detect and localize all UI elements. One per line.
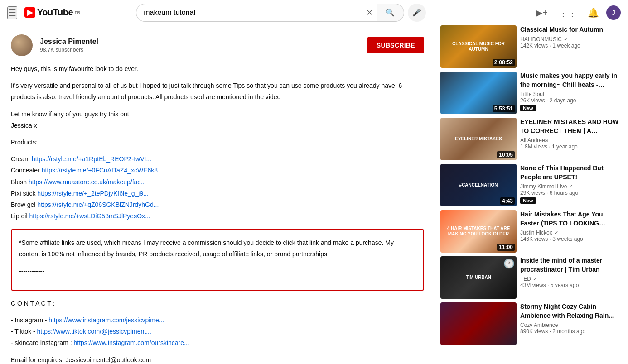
youtube-icon: ▶ bbox=[24, 7, 35, 18]
video-title: Stormy Night Cozy Cabin Ambience with Re… bbox=[520, 302, 620, 320]
channel-name-text: Justin Hickox bbox=[520, 230, 552, 236]
sidebar-video-item[interactable]: Stormy Night Cozy Cabin Ambience with Re… bbox=[440, 302, 620, 345]
thumbnail bbox=[440, 302, 517, 345]
blush-link[interactable]: https://www.muastore.co.uk/makeup/fac... bbox=[29, 178, 146, 186]
verified-icon: ✓ bbox=[564, 36, 568, 43]
video-channel: Ali Andreea bbox=[520, 137, 620, 144]
affiliate-text: *Some affiliate links are used, which me… bbox=[19, 237, 416, 260]
verified-icon: ✓ bbox=[569, 183, 573, 190]
video-stats: 146K views · 3 weeks ago bbox=[520, 236, 620, 242]
sidebar-video-item[interactable]: 4 HAIR MISTAKES THAT ARE MAKING YOU LOOK… bbox=[440, 210, 620, 253]
channel-name-text: HALIDONMUSIC bbox=[520, 36, 562, 43]
channel-row: Jessica Pimentel 98.7K subscribers SUBSC… bbox=[11, 34, 424, 56]
sidebar-video-item[interactable]: CLASSICAL MUSIC FOR AUTUMN 2:08:52 Class… bbox=[440, 25, 620, 68]
contact-header: C O N T A C T : bbox=[11, 298, 424, 309]
video-title: Music makes you happy early in the morni… bbox=[520, 72, 620, 89]
pixi-link[interactable]: https://rstyle.me/+_2tePDjyKf6le_g_j9... bbox=[37, 190, 149, 197]
thumbnail: CLASSICAL MUSIC FOR AUTUMN 2:08:52 bbox=[440, 25, 517, 68]
brow-label: Brow gel bbox=[11, 201, 37, 208]
video-duration: 10:05 bbox=[497, 151, 515, 158]
video-stats: 29K views · 6 hours ago bbox=[520, 190, 620, 196]
lip-label: Lip oil bbox=[11, 212, 29, 220]
video-title: Inside the mind of a master procrastinat… bbox=[520, 256, 620, 274]
instagram-link[interactable]: https://www.instagram.com/jessicvpime... bbox=[48, 316, 164, 324]
sidebar-video-item[interactable]: 5:53:51 Music makes you happy early in t… bbox=[440, 72, 620, 114]
lip-link[interactable]: https://rstyle.me/+wsLDiG53mSJlPyesOx... bbox=[29, 212, 150, 220]
pixi-label: Pixi stick bbox=[11, 190, 37, 197]
concealer-link[interactable]: https://rstyle.me/+0FCuAtTaZ4_xcWE6k8... bbox=[42, 167, 163, 174]
channel-name-text: Little Soul bbox=[520, 91, 544, 97]
affiliate-disclosure-box: *Some affiliate links are used, which me… bbox=[11, 229, 424, 291]
video-duration: 11:00 bbox=[497, 244, 515, 251]
channel-avatar[interactable] bbox=[11, 34, 33, 56]
main-container: Jessica Pimentel 98.7K subscribers SUBSC… bbox=[0, 25, 628, 364]
video-channel: HALIDONMUSIC ✓ bbox=[520, 36, 620, 43]
mic-button[interactable]: 🎤 bbox=[408, 4, 426, 22]
video-stats: 890K views · 2 months ago bbox=[520, 328, 620, 335]
video-meta: Stormy Night Cozy Cabin Ambience with Re… bbox=[520, 302, 620, 345]
brow-link[interactable]: https://rstyle.me/+qZ06SGKBlZNJrdyhGd... bbox=[37, 201, 159, 208]
thumbnail: TIM URBAN 🕐 bbox=[440, 256, 517, 299]
channel-name-text: Ali Andreea bbox=[520, 137, 548, 144]
menu-button[interactable]: ☰ bbox=[7, 6, 17, 19]
notifications-button[interactable]: 🔔 bbox=[584, 4, 603, 22]
subscribe-button[interactable]: SUBSCRIBE bbox=[367, 37, 424, 53]
thumbnail: 5:53:51 bbox=[440, 72, 517, 114]
sidebar-video-item[interactable]: EYELINER MISTAKES 10:05 EYELINER MISTAKE… bbox=[440, 118, 620, 160]
video-stats: 142K views · 1 week ago bbox=[520, 43, 620, 49]
youtube-text: YouTube bbox=[37, 7, 73, 18]
new-badge: New bbox=[520, 105, 536, 111]
verified-icon: ✓ bbox=[533, 276, 537, 282]
email-text: Email for enquires: Jessicvpimentel@outl… bbox=[11, 354, 424, 364]
video-stats: 26K views · 2 days ago bbox=[520, 97, 620, 104]
video-meta: Classical Music for Autumn HALIDONMUSIC … bbox=[520, 25, 620, 68]
header-right: ▶+ ⋮⋮ 🔔 J bbox=[532, 4, 621, 22]
description-products: Cream https://rstyle.me/+a1RptEb_REOP2-I… bbox=[11, 153, 424, 222]
clock-icon: 🕐 bbox=[503, 258, 515, 269]
channel-name-text: Jimmy Kimmel Live bbox=[520, 183, 567, 190]
youtube-logo: ▶ YouTubeFR bbox=[24, 7, 80, 18]
thumbnail: #CANCELNATION 4:43 bbox=[440, 164, 517, 206]
youtube-lang: FR bbox=[75, 10, 80, 15]
video-duration: 5:53:51 bbox=[493, 105, 515, 112]
skincare-link[interactable]: https://www.instagram.com/ourskincare... bbox=[74, 339, 189, 346]
create-button[interactable]: ▶+ bbox=[532, 4, 551, 22]
video-channel: Justin Hickox ✓ bbox=[520, 230, 620, 236]
content-area: Jessica Pimentel 98.7K subscribers SUBSC… bbox=[0, 25, 435, 364]
blush-label: Blush bbox=[11, 178, 29, 186]
search-button[interactable]: 🔍 bbox=[377, 4, 404, 22]
channel-name[interactable]: Jessica Pimentel bbox=[40, 38, 360, 46]
search-container: ✕ 🔍 🎤 bbox=[136, 4, 426, 22]
search-input[interactable] bbox=[136, 4, 362, 22]
channel-name-text: TED bbox=[520, 276, 531, 282]
skincare-label: - skincare Instagram : bbox=[11, 339, 74, 346]
apps-button[interactable]: ⋮⋮ bbox=[555, 4, 580, 22]
video-stats: 43M views · 5 years ago bbox=[520, 282, 620, 288]
video-meta: None of This Happened But People are UPS… bbox=[520, 164, 620, 206]
video-stats: 1.8M views · 1 year ago bbox=[520, 144, 620, 150]
cream-link[interactable]: https://rstyle.me/+a1RptEb_REOP2-IwVI... bbox=[32, 155, 151, 163]
sidebar-video-item[interactable]: #CANCELNATION 4:43 None of This Happened… bbox=[440, 164, 620, 206]
new-badge: New bbox=[520, 197, 536, 204]
channel-name-text: Cozy Ambience bbox=[520, 322, 558, 328]
thumb-background bbox=[440, 302, 517, 345]
video-meta: Inside the mind of a master procrastinat… bbox=[520, 256, 620, 299]
channel-info: Jessica Pimentel 98.7K subscribers bbox=[40, 38, 360, 53]
video-channel: Jimmy Kimmel Live ✓ bbox=[520, 183, 620, 190]
description-line2: It's very versatile and personal to all … bbox=[11, 80, 424, 103]
description-line3: Let me know if any of you guys try this … bbox=[11, 109, 424, 131]
search-clear-button[interactable]: ✕ bbox=[362, 4, 377, 22]
description: Hey guys, this is my favourite look to d… bbox=[11, 63, 424, 364]
tiktok-link[interactable]: https://www.tiktok.com/@jessicvpiment... bbox=[37, 328, 151, 335]
header: ☰ ▶ YouTubeFR ✕ 🔍 🎤 ▶+ ⋮⋮ 🔔 J bbox=[0, 0, 628, 25]
description-line1: Hey guys, this is my favourite look to d… bbox=[11, 63, 424, 75]
instagram-label: - Instagram - bbox=[11, 316, 48, 324]
video-channel: TED ✓ bbox=[520, 276, 620, 282]
divider: ------------ bbox=[19, 266, 416, 277]
avatar[interactable]: J bbox=[606, 5, 621, 20]
video-title: EYELINER MISTAKES AND HOW TO CORRECT THE… bbox=[520, 118, 620, 135]
sidebar-video-item[interactable]: TIM URBAN 🕐 Inside the mind of a master … bbox=[440, 256, 620, 299]
video-title: Classical Music for Autumn bbox=[520, 25, 620, 34]
video-title: Hair Mistakes That Age You Faster (TIPS … bbox=[520, 210, 620, 228]
thumbnail: EYELINER MISTAKES 10:05 bbox=[440, 118, 517, 160]
